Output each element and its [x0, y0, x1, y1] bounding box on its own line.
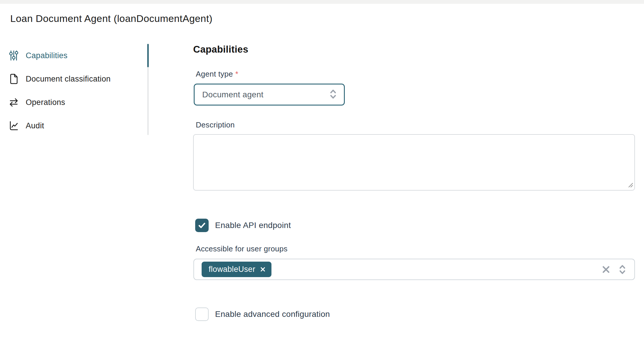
api-endpoint-label: Enable API endpoint	[215, 221, 291, 230]
user-group-tag-label: flowableUser	[209, 265, 255, 274]
active-tab-indicator	[147, 44, 149, 67]
checkmark-icon	[198, 221, 206, 230]
section-heading: Capabilities	[193, 44, 248, 55]
api-endpoint-checkbox[interactable]	[195, 219, 209, 232]
agent-type-value: Document agent	[202, 90, 329, 99]
swap-arrows-icon	[9, 97, 19, 108]
line-chart-icon	[9, 120, 19, 131]
document-icon	[9, 73, 19, 84]
sidebar-item-capabilities[interactable]: Capabilities	[9, 44, 67, 67]
sidebar-item-label: Document classification	[26, 75, 111, 84]
sidebar-divider	[147, 44, 149, 135]
agent-type-select[interactable]: Document agent	[194, 84, 345, 106]
chevron-up-down-icon[interactable]	[618, 264, 627, 275]
description-textarea[interactable]	[193, 134, 635, 191]
sidebar-item-label: Capabilities	[26, 51, 67, 60]
page-title: Loan Document Agent (loanDocumentAgent)	[10, 13, 212, 24]
description-field-wrap	[193, 134, 635, 191]
chevron-up-down-icon	[329, 88, 337, 101]
tag-remove-icon[interactable]	[260, 267, 266, 272]
advanced-config-label: Enable advanced configuration	[215, 310, 330, 319]
user-group-tag: flowableUser	[202, 262, 271, 277]
user-groups-label: Accessible for user groups	[196, 244, 288, 253]
advanced-config-row: Enable advanced configuration	[195, 308, 330, 321]
agent-type-label: Agent type*	[196, 70, 238, 79]
sidebar-item-operations[interactable]: Operations	[9, 91, 65, 114]
required-asterisk: *	[235, 70, 238, 78]
user-groups-multiselect[interactable]: flowableUser	[193, 259, 635, 280]
api-endpoint-row: Enable API endpoint	[195, 219, 291, 232]
multiselect-actions	[602, 259, 634, 279]
description-label: Description	[196, 120, 235, 129]
clear-selection-icon[interactable]	[602, 265, 610, 274]
sidebar-item-label: Audit	[26, 121, 44, 130]
sliders-icon	[9, 50, 19, 61]
sidebar-item-document-classification[interactable]: Document classification	[9, 67, 111, 91]
top-bar	[0, 0, 644, 4]
advanced-config-checkbox[interactable]	[195, 308, 209, 321]
sidebar-item-audit[interactable]: Audit	[9, 114, 44, 137]
sidebar-item-label: Operations	[26, 98, 65, 107]
